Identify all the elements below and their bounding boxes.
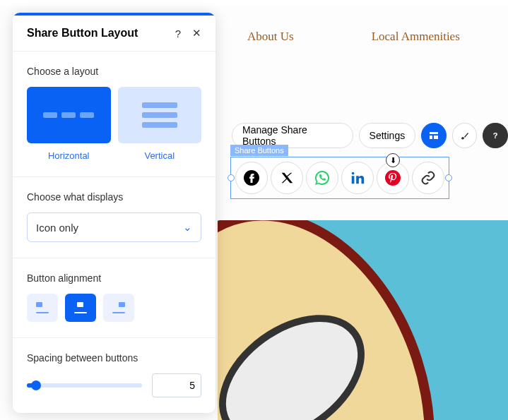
whatsapp-icon[interactable] (306, 162, 338, 194)
align-right[interactable] (103, 294, 134, 322)
share-buttons-selection[interactable]: Share Buttons ⬇ (230, 157, 449, 199)
nav-about[interactable]: About Us (247, 30, 294, 44)
choose-display-label: Choose what displays (27, 191, 201, 203)
selection-label: Share Buttons (230, 145, 288, 156)
panel-title: Share Button Layout (27, 27, 138, 40)
download-icon: ⬇ (386, 153, 400, 167)
panel-close-icon[interactable]: ✕ (192, 27, 201, 40)
layout-horizontal[interactable]: Horizontal (27, 87, 111, 161)
svg-point-6 (352, 172, 355, 175)
resize-handle-right[interactable] (445, 174, 452, 181)
brush-icon[interactable] (452, 123, 478, 148)
align-center[interactable] (65, 294, 96, 322)
site-nav: About Us Local Ammenities (226, 6, 508, 55)
nav-amenities[interactable]: Local Ammenities (372, 30, 460, 44)
facebook-icon[interactable] (235, 162, 268, 194)
x-twitter-icon[interactable] (271, 162, 303, 194)
spacing-input[interactable]: 5 (152, 373, 201, 397)
chevron-down-icon: ⌄ (183, 221, 192, 234)
layout-vertical[interactable]: Vertical (118, 87, 202, 161)
design-icon[interactable] (421, 123, 447, 148)
settings-button[interactable]: Settings (359, 123, 416, 148)
svg-point-7 (385, 170, 401, 186)
choose-layout-label: Choose a layout (27, 66, 201, 77)
linkedin-icon[interactable] (341, 162, 374, 194)
copy-link-icon[interactable] (412, 162, 444, 194)
panel-help-icon[interactable]: ? (175, 28, 181, 40)
help-icon[interactable]: ? (483, 123, 508, 148)
alignment-label: Button alignment (27, 272, 201, 284)
share-layout-panel: Share Button Layout ? ✕ Choose a layout … (13, 13, 215, 413)
svg-text:?: ? (493, 131, 498, 140)
svg-rect-5 (352, 176, 355, 184)
display-select[interactable]: Icon only ⌄ (27, 212, 201, 242)
align-left[interactable] (27, 294, 58, 322)
resize-handle-left[interactable] (228, 174, 235, 181)
spacing-slider[interactable] (27, 383, 142, 388)
pinterest-icon[interactable]: ⬇ (377, 162, 409, 194)
svg-rect-2 (434, 136, 438, 139)
svg-rect-1 (430, 136, 432, 139)
spacing-label: Spacing between buttons (27, 352, 201, 364)
svg-rect-0 (430, 132, 438, 134)
page-image (218, 220, 508, 420)
